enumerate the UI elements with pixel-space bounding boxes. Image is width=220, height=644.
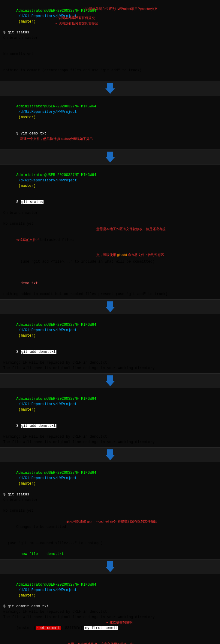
terminal-block-1: Administrator@USER-20200327NF MINGW64 /d… — [0, 0, 220, 81]
output-line: On branch master → 说明当前所在位置为HWProject项目的… — [3, 35, 217, 46]
annotation-3: → 说明没有任何暂交到暂存区 — [54, 21, 98, 26]
arrow-2 — [0, 150, 220, 164]
terminal-block-2: Administrator@USER-20200327NF MINGW64 /d… — [0, 96, 220, 150]
terminal-block-4: Administrator@USER-20200327NF MINGW64 /d… — [0, 314, 220, 374]
main-container: Administrator@USER-20200327NF MINGW64 /d… — [0, 0, 220, 644]
arrow-1 — [0, 81, 220, 96]
terminal-block-7: Administrator@USER-20200327NF MINGW64 /d… — [0, 574, 220, 644]
terminal-block-5: Administrator@USER-20200327NF MINGW64 /d… — [0, 388, 220, 448]
annotation-1: → 说明当前所在位置为HWProject项目的master分支 — [81, 6, 158, 11]
arrow-5 — [0, 448, 220, 462]
arrow-6 — [0, 559, 220, 574]
terminal-block-6: Administrator@USER-20200327NF MINGW64 /d… — [0, 462, 220, 559]
arrow-3 — [0, 300, 220, 314]
arrow-4 — [0, 374, 220, 388]
annotation-meaning: 意思是本地工作区有文件被修改，但是还没有提 — [96, 226, 166, 232]
cmd-line: $ git status — [3, 30, 217, 35]
annotation-2: → 说明本地库没有任何提交 — [54, 15, 95, 20]
terminal-block-3: Administrator@USER-20200327NF MINGW64 /d… — [0, 164, 220, 300]
